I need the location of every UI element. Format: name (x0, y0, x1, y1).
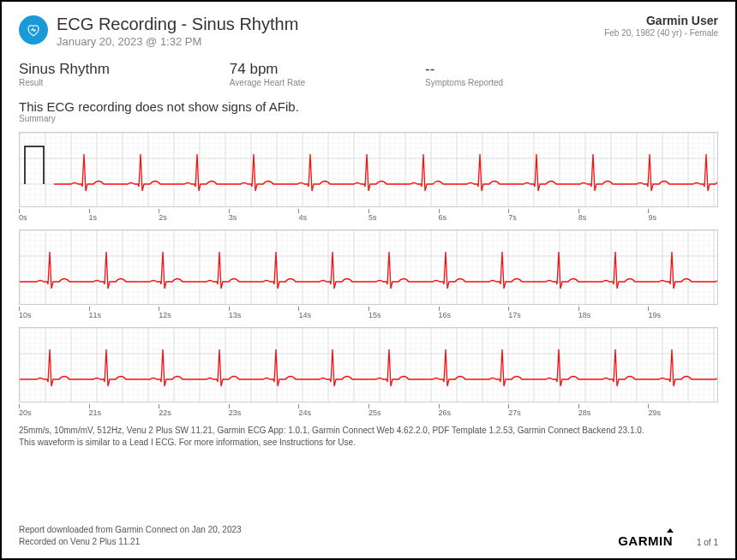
summary-text: This ECG recording does not show signs o… (19, 99, 718, 114)
tick-mark: 14s (298, 307, 311, 319)
tick-mark: 10s (19, 307, 32, 319)
header: ECG Recording - Sinus Rhythm January 20,… (19, 14, 718, 48)
tick-mark: 17s (508, 307, 521, 319)
summary-block: This ECG recording does not show signs o… (19, 99, 718, 123)
footnote: 25mm/s, 10mm/mV, 512Hz, Venu 2 Plus SW 1… (19, 425, 718, 448)
summary-label: Summary (19, 114, 718, 123)
tick-mark: 4s (298, 209, 307, 222)
page-title: ECG Recording - Sinus Rhythm (57, 14, 298, 34)
footer-downloaded: Report downloaded from Garmin Connect on… (19, 524, 242, 536)
tick-mark: 16s (439, 307, 452, 319)
tick-mark: 18s (578, 307, 591, 319)
page-number: 1 of 1 (697, 538, 718, 547)
header-right: Garmin User Feb 20, 1982 (40 yr) - Femal… (604, 14, 718, 38)
ecg-strip-0 (19, 132, 718, 207)
tick-mark: 21s (89, 404, 102, 417)
stats-row: Sinus Rhythm Result 74 bpm Average Heart… (19, 61, 718, 87)
stat-result: Sinus Rhythm Result (19, 61, 110, 87)
tick-mark: 11s (89, 307, 102, 319)
tick-mark: 1s (89, 209, 98, 222)
stat-symptoms-label: Symptoms Reported (425, 78, 503, 87)
heart-icon (19, 15, 48, 45)
footnote-line2: This waveform is similar to a Lead I ECG… (19, 437, 718, 449)
tick-mark: 28s (578, 404, 591, 417)
tick-mark: 5s (368, 209, 377, 222)
tick-mark: 12s (159, 307, 171, 319)
tick-mark: 19s (648, 307, 661, 319)
tick-mark: 29s (648, 404, 661, 417)
ecg-ticks-2: 20s21s22s23s24s25s26s27s28s29s (19, 404, 718, 418)
tick-mark: 27s (508, 404, 521, 417)
user-name: Garmin User (604, 14, 718, 27)
tick-mark: 9s (648, 209, 656, 222)
stat-hr-value: 74 bpm (230, 61, 305, 78)
ecg-ticks-0: 0s1s2s3s4s5s6s7s8s9s (19, 209, 718, 223)
title-block: ECG Recording - Sinus Rhythm January 20,… (57, 14, 298, 48)
recording-datetime: January 20, 2023 @ 1:32 PM (57, 35, 298, 48)
stat-result-value: Sinus Rhythm (19, 61, 110, 78)
tick-mark: 6s (439, 209, 447, 222)
footer: Report downloaded from Garmin Connect on… (19, 524, 718, 548)
footer-recorded: Recorded on Venu 2 Plus 11.21 (19, 536, 242, 548)
footer-left: Report downloaded from Garmin Connect on… (19, 524, 242, 548)
stat-heart-rate: 74 bpm Average Heart Rate (230, 61, 305, 87)
ecg-ticks-1: 10s11s12s13s14s15s16s17s18s19s (19, 307, 718, 320)
header-left: ECG Recording - Sinus Rhythm January 20,… (19, 14, 298, 48)
tick-mark: 8s (578, 209, 587, 222)
tick-mark: 3s (229, 209, 237, 222)
footer-right: GARMIN 1 of 1 (618, 533, 718, 548)
tick-mark: 22s (159, 404, 171, 417)
tick-mark: 26s (439, 404, 452, 417)
stat-hr-label: Average Heart Rate (230, 78, 305, 87)
footnote-line1: 25mm/s, 10mm/mV, 512Hz, Venu 2 Plus SW 1… (19, 425, 718, 437)
stat-result-label: Result (19, 78, 110, 87)
stat-symptoms: -- Symptoms Reported (425, 61, 503, 87)
tick-mark: 2s (159, 209, 167, 222)
tick-mark: 13s (229, 307, 242, 319)
ecg-strip-2 (19, 327, 718, 402)
ecg-strip-1 (19, 229, 718, 305)
tick-mark: 25s (368, 404, 381, 417)
tick-mark: 24s (298, 404, 311, 417)
garmin-logo: GARMIN (618, 533, 673, 548)
user-meta: Feb 20, 1982 (40 yr) - Female (604, 28, 718, 38)
tick-mark: 20s (19, 404, 32, 417)
tick-mark: 23s (229, 404, 242, 417)
stat-symptoms-value: -- (425, 61, 503, 78)
ecg-strips: 0s1s2s3s4s5s6s7s8s9s10s11s12s13s14s15s16… (19, 132, 718, 418)
tick-mark: 0s (19, 209, 27, 222)
tick-mark: 15s (368, 307, 381, 319)
tick-mark: 7s (508, 209, 517, 222)
